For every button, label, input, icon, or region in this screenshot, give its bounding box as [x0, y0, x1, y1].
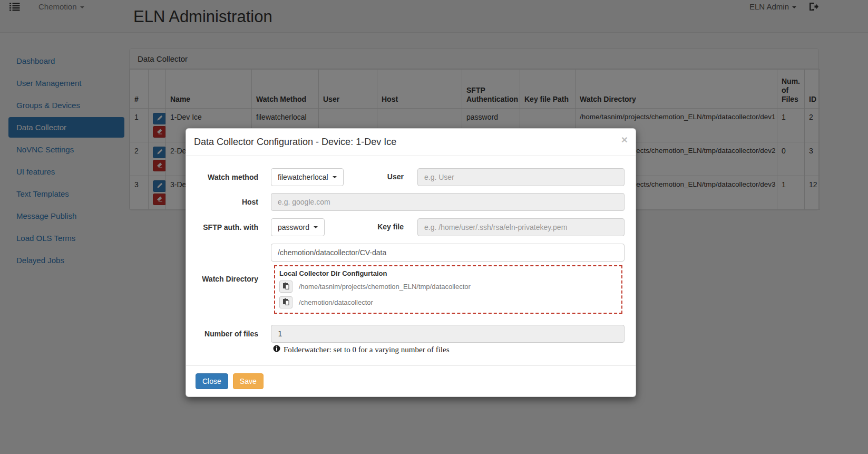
close-button[interactable]: Close [196, 373, 228, 389]
modal-body: Watch method filewatcherlocal User Host … [186, 156, 636, 365]
number-of-files-label: Number of files [194, 325, 258, 339]
sftp-auth-dropdown[interactable]: password [271, 218, 325, 236]
save-button[interactable]: Save [233, 373, 264, 389]
paste-icon [282, 282, 289, 291]
user-label: User [387, 168, 404, 181]
info-circle-icon [273, 345, 280, 354]
sftp-auth-label: SFTP auth. with [194, 218, 258, 232]
copy-path-button[interactable] [279, 281, 292, 293]
copy-path-button[interactable] [279, 296, 292, 308]
local-collector-config-box: Local Collector Dir Configurtaion /home/… [274, 265, 622, 314]
paste-icon [282, 298, 289, 307]
close-icon[interactable]: × [621, 134, 628, 145]
key-file-label: Key file [377, 218, 404, 231]
modal-footer: Close Save [186, 365, 636, 397]
data-collector-config-modal: Data Collector Configuration - Device: 1… [186, 128, 636, 397]
folderwatcher-help: Folderwatcher: set to 0 for a varying nu… [273, 345, 623, 354]
host-label: Host [194, 193, 258, 207]
local-collector-path: /home/tasnim/projects/chemotion_ELN/tmp/… [299, 283, 471, 291]
local-collector-title: Local Collector Dir Configurtaion [279, 269, 617, 277]
watch-method-value: filewatcherlocal [278, 173, 328, 181]
folderwatcher-help-text: Folderwatcher: set to 0 for a varying nu… [284, 345, 450, 354]
watch-method-dropdown[interactable]: filewatcherlocal [271, 168, 344, 186]
list-item: /home/tasnim/projects/chemotion_ELN/tmp/… [279, 281, 617, 293]
sftp-auth-value: password [278, 223, 309, 231]
number-of-files-input[interactable] [271, 325, 625, 343]
local-collector-path: /chemotion/datacollector [299, 298, 373, 306]
key-file-input[interactable] [417, 218, 625, 236]
caret-down-icon [333, 176, 337, 178]
watch-directory-label: Watch Directory [194, 274, 258, 284]
caret-down-icon [314, 226, 318, 228]
modal-header: Data Collector Configuration - Device: 1… [186, 129, 636, 156]
user-input[interactable] [417, 168, 625, 186]
modal-title: Data Collector Configuration - Device: 1… [194, 137, 628, 148]
watch-directory-input[interactable] [271, 244, 625, 262]
list-item: /chemotion/datacollector [279, 296, 617, 308]
host-input[interactable] [271, 193, 625, 211]
watch-method-label: Watch method [194, 168, 258, 182]
